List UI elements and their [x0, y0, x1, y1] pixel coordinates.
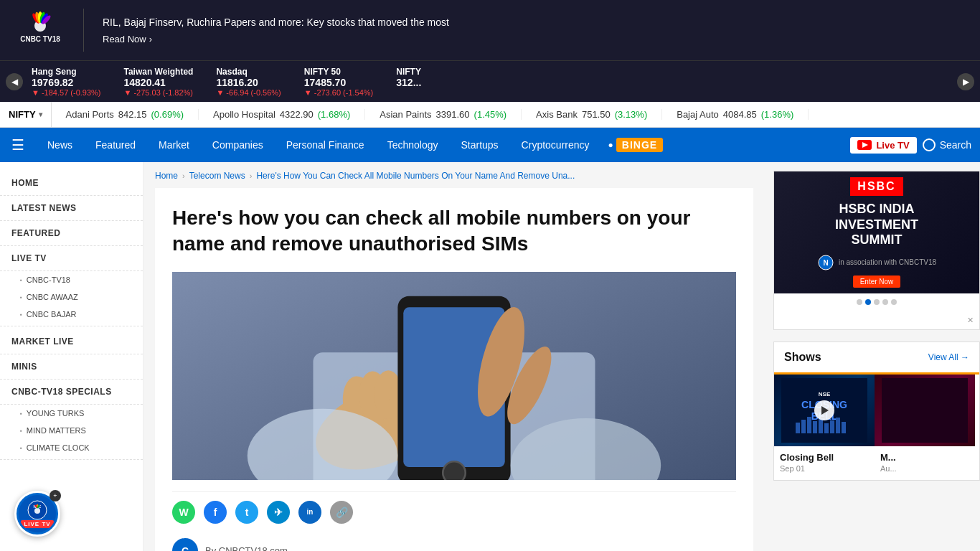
svg-rect-36: [842, 422, 846, 433]
facebook-share-button[interactable]: f: [204, 501, 227, 524]
search-button[interactable]: Search: [923, 138, 971, 151]
svg-rect-32: [819, 418, 823, 433]
show-thumbnail-closing-bell[interactable]: NSE CLOSING BELL: [774, 375, 875, 446]
page-layout: HOME LATEST NEWS FEATURED LIVE TV CNBC-T…: [0, 162, 980, 551]
svg-rect-34: [830, 420, 834, 433]
linkedin-share-button[interactable]: in: [298, 501, 321, 524]
logo-area: CNBC TV18: [11, 9, 69, 52]
search-icon: [923, 138, 936, 151]
sidebar-item-home[interactable]: HOME: [0, 171, 143, 196]
show-info: M... Au...: [875, 446, 975, 480]
svg-text:N: N: [823, 259, 828, 267]
ad-card: HSBC HSBC INDIAINVESTMENTSUMMIT N in ass…: [773, 171, 980, 330]
stock-item: Adani Ports 842.15 (0.69%): [52, 109, 199, 120]
svg-rect-35: [836, 418, 840, 433]
ticker-item: NIFTY 50 17485.70 ▼ -273.60 (-1.54%): [304, 67, 374, 97]
breaking-news-bar: CNBC TV18 RIL, Bajaj Finserv, Ruchira Pa…: [0, 0, 980, 60]
stock-bar: NIFTY ▾ Adani Ports 842.15 (0.69%) Apoll…: [0, 102, 980, 128]
stock-item: Asian Paints 3391.60 (1.45%): [365, 109, 522, 120]
ticker-item: Nasdaq 11816.20 ▼ -66.94 (-0.56%): [216, 67, 281, 97]
sidebar-item-climate-clock[interactable]: CLIMATE CLOCK: [0, 439, 143, 456]
sidebar-item-cnbc-awaaz[interactable]: CNBC AWAAZ: [0, 288, 143, 306]
nav-item-news[interactable]: News: [36, 128, 84, 162]
nav-item-companies[interactable]: Companies: [201, 128, 275, 162]
svg-rect-33: [824, 423, 829, 433]
view-all-button[interactable]: View All →: [928, 352, 969, 362]
cnbc-logo: CNBC TV18: [11, 9, 69, 52]
nifty-dropdown[interactable]: NIFTY ▾: [0, 102, 52, 127]
sidebar-item-cnbc-specials[interactable]: CNBC-TV18 SPECIALS: [0, 380, 143, 405]
ticker-prev-button[interactable]: ◀: [6, 73, 23, 90]
nav-item-startups[interactable]: Startups: [449, 128, 509, 162]
svg-rect-31: [813, 421, 817, 433]
stock-items: Adani Ports 842.15 (0.69%) Apollo Hospit…: [52, 109, 980, 120]
sidebar-item-latest-news[interactable]: LATEST NEWS: [0, 196, 143, 221]
binge-logo[interactable]: BINGE: [616, 138, 663, 152]
play-button-closing-bell[interactable]: [814, 400, 834, 420]
sidebar-live-tv-group: LIVE TV CNBC-TV18 CNBC AWAAZ CNBC BAJAR: [0, 246, 143, 326]
nav-right: Live TV Search: [850, 128, 980, 162]
nav-item-cryptocurrency[interactable]: Cryptocurrency: [510, 128, 601, 162]
ad-close-button[interactable]: ✕: [967, 316, 974, 324]
read-now-button[interactable]: Read Now ›: [103, 34, 961, 44]
sidebar-specials-group: CNBC-TV18 SPECIALS YOUNG TURKS MIND MATT…: [0, 380, 143, 460]
social-bar: W f t ✈ in 🔗: [172, 491, 736, 532]
nav-item-technology[interactable]: Technology: [376, 128, 450, 162]
svg-rect-38: [882, 378, 968, 443]
sidebar-item-market-live[interactable]: MARKET LIVE: [0, 329, 143, 354]
nav-item-market[interactable]: Market: [147, 128, 201, 162]
ticker-item: Hang Seng 19769.82 ▼ -184.57 (-0.93%): [32, 67, 101, 97]
enter-now-button[interactable]: Enter Now: [853, 276, 901, 288]
show-thumbnail-2[interactable]: [875, 375, 975, 446]
ticker-item: NIFTY 312...: [396, 67, 421, 97]
live-tv-bubble-inner: NBC LIVE TV: [19, 495, 56, 532]
sidebar-item-cnbc-bajar[interactable]: CNBC BAJAR: [0, 306, 143, 323]
show-item-closing-bell: NSE CLOSING BELL: [774, 375, 875, 480]
author-name: By CNBCTV18.com: [205, 545, 288, 551]
twitter-share-button[interactable]: t: [235, 501, 258, 524]
live-tv-button[interactable]: Live TV: [850, 137, 916, 154]
ad-dot: [857, 299, 862, 305]
author-bar: C By CNBCTV18.com: [172, 532, 736, 551]
show-name-closing-bell: Closing Bell: [780, 452, 869, 463]
show-date-closing-bell: Sep 01: [780, 464, 869, 473]
ad-title: HSBC INDIAINVESTMENTSUMMIT: [835, 202, 918, 248]
article-image: [172, 272, 736, 480]
sidebar-item-mind-matters[interactable]: MIND MATTERS: [0, 422, 143, 439]
shows-list: NSE CLOSING BELL: [774, 375, 979, 480]
stock-item: Bajaj Auto 4084.85 (1.36%): [662, 109, 809, 120]
hamburger-menu[interactable]: ☰: [0, 128, 36, 162]
right-sidebar: HSBC HSBC INDIAINVESTMENTSUMMIT N in ass…: [765, 162, 980, 551]
whatsapp-share-button[interactable]: W: [172, 501, 195, 524]
svg-rect-29: [801, 420, 806, 433]
breadcrumb-home[interactable]: Home: [155, 171, 178, 181]
ticker-item: Taiwan Weighted 14820.41 ▼ -275.03 (-1.8…: [124, 67, 194, 97]
stock-item: Axis Bank 751.50 (3.13%): [522, 109, 662, 120]
nav-item-featured[interactable]: Featured: [84, 128, 147, 162]
copy-link-button[interactable]: 🔗: [330, 501, 353, 524]
sidebar-item-live-tv[interactable]: LIVE TV: [0, 246, 143, 271]
sidebar-item-cnbc-tv18[interactable]: CNBC-TV18: [0, 271, 143, 288]
svg-rect-30: [807, 417, 811, 433]
show-name-2: M...: [880, 452, 969, 463]
hsbc-logo: HSBC: [850, 177, 903, 196]
sidebar-item-minis[interactable]: MINIS: [0, 354, 143, 380]
main-nav: ☰ News Featured Market Companies Persona…: [0, 128, 980, 162]
article-card: Here's how you can check all mobile numb…: [155, 188, 753, 551]
breadcrumb-telecom-news[interactable]: Telecom News: [189, 171, 245, 181]
stock-item: Apollo Hospital 4322.90 (1.68%): [199, 109, 365, 120]
ad-dots: [774, 293, 979, 311]
breadcrumb: Home › Telecom News › Here's How You Can…: [155, 162, 753, 188]
ad-dot: [891, 299, 897, 305]
ticker-next-button[interactable]: ▶: [957, 73, 974, 90]
nav-item-personal-finance[interactable]: Personal Finance: [275, 128, 376, 162]
main-content: Home › Telecom News › Here's How You Can…: [143, 162, 765, 551]
shows-title: Shows: [784, 351, 821, 364]
live-tv-bubble-button[interactable]: + NBC LIVE TV: [14, 491, 60, 537]
sidebar-item-featured[interactable]: FEATURED: [0, 221, 143, 246]
expand-icon[interactable]: +: [50, 490, 61, 501]
sidebar-item-young-turks[interactable]: YOUNG TURKS: [0, 405, 143, 422]
binge-brand: ● BINGE: [601, 128, 671, 162]
ad-dot: [882, 299, 888, 305]
telegram-share-button[interactable]: ✈: [267, 501, 290, 524]
